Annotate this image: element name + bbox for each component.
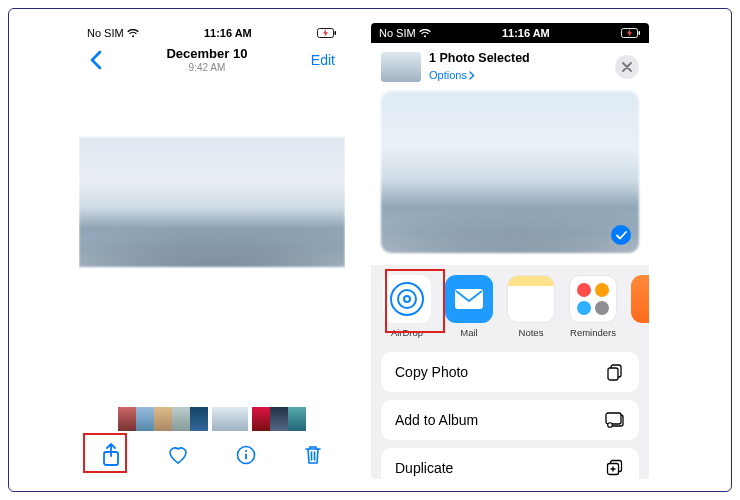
mail-icon <box>454 288 484 310</box>
app-label: AirDrop <box>383 327 431 338</box>
svg-point-4 <box>245 450 247 452</box>
action-label: Add to Album <box>395 412 478 428</box>
share-app-airdrop[interactable]: AirDrop <box>383 275 431 338</box>
wifi-icon <box>127 29 139 38</box>
app-label: Reminders <box>569 327 617 338</box>
bottom-toolbar <box>79 435 345 475</box>
duplicate-icon <box>605 458 625 478</box>
carrier-label: No SIM <box>87 27 124 39</box>
airdrop-icon <box>390 282 424 316</box>
close-icon <box>622 62 632 72</box>
selected-check-icon <box>611 225 631 245</box>
preview-area <box>371 91 649 253</box>
selection-thumbnail[interactable] <box>381 52 421 82</box>
selected-photo-preview[interactable] <box>381 91 639 253</box>
close-button[interactable] <box>615 55 639 79</box>
svg-rect-12 <box>606 413 621 424</box>
nav-header: December 10 9:42 AM Edit <box>79 43 345 79</box>
share-sheet-screen: No SIM 11:16 AM 1 Photo Selected Options <box>371 23 649 479</box>
svg-rect-5 <box>245 454 247 460</box>
battery-charging-icon <box>317 28 337 38</box>
svg-rect-8 <box>455 289 483 309</box>
thumbnail-current[interactable] <box>212 407 248 431</box>
share-app-notes[interactable]: Notes <box>507 275 555 338</box>
photo-date: December 10 <box>166 47 247 62</box>
thumbnail[interactable] <box>252 407 270 431</box>
screenshot-container: No SIM 11:16 AM December 10 9:42 AM Edit <box>8 8 732 492</box>
status-bar: No SIM 11:16 AM <box>79 23 345 43</box>
carrier-label: No SIM <box>379 27 416 39</box>
status-time: 11:16 AM <box>204 27 252 39</box>
favorite-button[interactable] <box>162 439 194 471</box>
status-bar: No SIM 11:16 AM <box>371 23 649 43</box>
album-icon <box>605 410 625 430</box>
back-button[interactable] <box>89 50 103 70</box>
battery-charging-icon <box>621 28 641 38</box>
thumbnail[interactable] <box>288 407 306 431</box>
thumbnail[interactable] <box>136 407 154 431</box>
notes-icon <box>507 275 555 323</box>
svg-rect-7 <box>638 31 640 35</box>
svg-rect-1 <box>334 31 336 35</box>
share-actions-list: Copy Photo Add to Album Duplicate <box>381 352 639 479</box>
action-label: Copy Photo <box>395 364 468 380</box>
edit-button[interactable]: Edit <box>311 52 335 68</box>
photos-detail-screen: No SIM 11:16 AM December 10 9:42 AM Edit <box>79 23 345 475</box>
share-options-panel: AirDrop Mail Notes Rem <box>371 265 649 479</box>
thumbnail[interactable] <box>154 407 172 431</box>
info-button[interactable] <box>230 439 262 471</box>
options-button[interactable]: Options <box>429 69 475 81</box>
thumbnail-strip[interactable] <box>79 407 345 431</box>
app-label: Mail <box>445 327 493 338</box>
thumbnail[interactable] <box>270 407 288 431</box>
share-sheet-header: 1 Photo Selected Options <box>371 43 649 91</box>
photo-preview[interactable] <box>79 137 345 267</box>
delete-button[interactable] <box>297 439 329 471</box>
action-label: Duplicate <box>395 460 453 476</box>
share-app-mail[interactable]: Mail <box>445 275 493 338</box>
thumbnail[interactable] <box>172 407 190 431</box>
selection-title: 1 Photo Selected <box>429 51 530 65</box>
svg-rect-10 <box>608 368 618 380</box>
app-label: Notes <box>507 327 555 338</box>
reminders-icon <box>569 275 617 323</box>
app-icon-partial <box>631 275 649 323</box>
svg-point-13 <box>608 423 613 428</box>
thumbnail[interactable] <box>118 407 136 431</box>
share-app-reminders[interactable]: Reminders <box>569 275 617 338</box>
share-apps-row: AirDrop Mail Notes Rem <box>381 275 639 348</box>
thumbnail[interactable] <box>190 407 208 431</box>
status-time: 11:16 AM <box>502 27 550 39</box>
action-duplicate[interactable]: Duplicate <box>381 448 639 479</box>
share-app-more[interactable] <box>631 275 649 338</box>
chevron-right-icon <box>469 71 475 80</box>
photo-time: 9:42 AM <box>166 62 247 74</box>
action-copy-photo[interactable]: Copy Photo <box>381 352 639 392</box>
action-add-to-album[interactable]: Add to Album <box>381 400 639 440</box>
copy-icon <box>605 362 625 382</box>
share-button[interactable] <box>95 439 127 471</box>
wifi-icon <box>419 29 431 38</box>
